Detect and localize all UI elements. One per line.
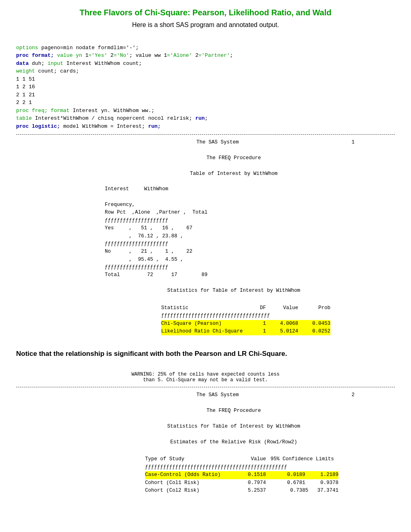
table-title-1: Table of Interest by WithWhom bbox=[81, 170, 387, 178]
no-pct: , 95.45 , 4.55 , bbox=[105, 256, 387, 264]
stats-table-1: Statistic DF Value Prob ƒƒƒƒƒƒƒƒƒƒƒƒƒƒƒƒ… bbox=[161, 304, 330, 336]
yes-pct: , 76.12 , 23.88 , bbox=[105, 233, 387, 240]
page-title: Three Flavors of Chi-Square: Pearson, Li… bbox=[16, 8, 395, 17]
rr-value-odds: 0.1518 bbox=[238, 471, 266, 479]
freq-label-2: Row Pct ,Alone ,Partner , Total bbox=[105, 209, 387, 216]
divider-1 bbox=[16, 134, 395, 135]
stats-title-1: Statistics for Table of Interest by With… bbox=[81, 287, 387, 295]
stat-prob-lr: 0.0252 bbox=[298, 328, 330, 335]
freq-border-3: ƒƒƒƒƒƒƒƒƒƒƒƒƒƒƒƒƒƒƒƒƒ bbox=[105, 264, 387, 271]
stat-name-lr: Likelihood Ratio Chi-Square bbox=[161, 328, 250, 335]
rr-col-type: Type of Study bbox=[145, 455, 238, 463]
stat-value-pearson: 4.0068 bbox=[266, 320, 298, 328]
freq-border-2: ƒƒƒƒƒƒƒƒƒƒƒƒƒƒƒƒƒƒƒƒƒ bbox=[105, 240, 387, 248]
warning-block: WARNING: 25% of the cells have expected … bbox=[16, 372, 395, 383]
stat-col-prob: Prob bbox=[298, 304, 330, 312]
proc-name-2: The FREQ Procedure bbox=[81, 407, 387, 415]
subtitle: Here is a short SAS program and annotate… bbox=[16, 21, 395, 29]
rr-col-ci: 95% Confidence Limits bbox=[266, 455, 338, 463]
stat-df-pearson: 1 bbox=[250, 320, 266, 328]
warning-line-1: WARNING: 25% of the cells have expected … bbox=[16, 372, 395, 377]
sys-name-2: The SAS System bbox=[196, 391, 239, 399]
rr-row-odds: Case-Control (Odds Ratio) 0.1518 0.0189 … bbox=[145, 471, 338, 479]
stat-col-statistic: Statistic bbox=[161, 304, 250, 312]
rr-ci-col1: 0.6781 0.9378 bbox=[266, 479, 338, 487]
rr-row-col1: Cohort (Col1 Risk) 0.7974 0.6781 0.9378 bbox=[145, 479, 338, 487]
rr-col-value: Value bbox=[238, 455, 266, 463]
freq-border-1: ƒƒƒƒƒƒƒƒƒƒƒƒƒƒƒƒƒƒƒƒƒ bbox=[105, 217, 387, 224]
estimates-title: Estimates of the Relative Risk (Row1/Row… bbox=[81, 438, 387, 446]
rr-ci-col2: 0.7385 37.3741 bbox=[266, 487, 338, 495]
page-num-1: 1 bbox=[351, 139, 355, 146]
rr-row-col2: Cohort (Col2 Risk) 5.2537 0.7385 37.3741 bbox=[145, 487, 338, 495]
rr-name-col2: Cohort (Col2 Risk) bbox=[145, 487, 238, 495]
row-label: Interest bbox=[105, 186, 129, 192]
stat-col-df: DF bbox=[250, 304, 266, 312]
warning-line-2: than 5. Chi-Square may not be a valid te… bbox=[16, 377, 395, 383]
notice-text: Notice that the relationship is signific… bbox=[16, 350, 395, 358]
stat-row-lr: Likelihood Ratio Chi-Square 1 5.0124 0.0… bbox=[161, 328, 330, 335]
rr-border: ƒƒƒƒƒƒƒƒƒƒƒƒƒƒƒƒƒƒƒƒƒƒƒƒƒƒƒƒƒƒƒƒƒƒƒƒƒƒƒƒ… bbox=[145, 463, 338, 471]
rr-ci-odds: 0.0189 1.2189 bbox=[266, 471, 338, 479]
stat-col-value: Value bbox=[266, 304, 298, 312]
stat-df-lr: 1 bbox=[250, 328, 266, 335]
page-num-2: 2 bbox=[351, 391, 355, 399]
stat-border-row: ƒƒƒƒƒƒƒƒƒƒƒƒƒƒƒƒƒƒƒƒƒƒƒƒƒƒƒƒƒƒƒƒƒƒƒƒ bbox=[161, 312, 330, 320]
sas-output-2: The SAS System 2 The FREQ Procedure Stat… bbox=[16, 391, 395, 495]
no-row: No , 21 , 1 , 22 bbox=[105, 248, 387, 256]
rr-name-odds: Case-Control (Odds Ratio) bbox=[145, 471, 238, 479]
col-label: WithWhom bbox=[144, 186, 168, 192]
yes-row: Yes , 51 , 16 , 67 bbox=[105, 224, 387, 232]
rr-table: Type of Study Value 95% Confidence Limit… bbox=[145, 455, 338, 495]
stat-name-pearson: Chi-Square (Pearson) bbox=[161, 320, 250, 328]
sas-output-1: The SAS System 1 The FREQ Procedure Tabl… bbox=[16, 139, 395, 335]
rr-value-col2: 5.2537 bbox=[238, 487, 266, 495]
stat-prob-pearson: 0.0453 bbox=[298, 320, 330, 328]
stat-row-pearson: Chi-Square (Pearson) 1 4.0068 0.0453 bbox=[161, 320, 330, 328]
rr-name-col1: Cohort (Col1 Risk) bbox=[145, 479, 238, 487]
stats-title-2: Statistics for Table of Interest by With… bbox=[81, 423, 387, 430]
code-block: options pageno=min nodate formdlim='-'; … bbox=[16, 36, 395, 130]
total-row: Total 72 17 89 bbox=[105, 271, 387, 279]
sys-name-1: The SAS System bbox=[196, 139, 239, 146]
rr-value-col1: 0.7974 bbox=[238, 479, 266, 487]
stat-value-lr: 5.0124 bbox=[266, 328, 298, 335]
proc-name-1: The FREQ Procedure bbox=[81, 154, 387, 162]
freq-label-1: Frequency, bbox=[105, 201, 387, 209]
divider-2 bbox=[16, 387, 395, 387]
